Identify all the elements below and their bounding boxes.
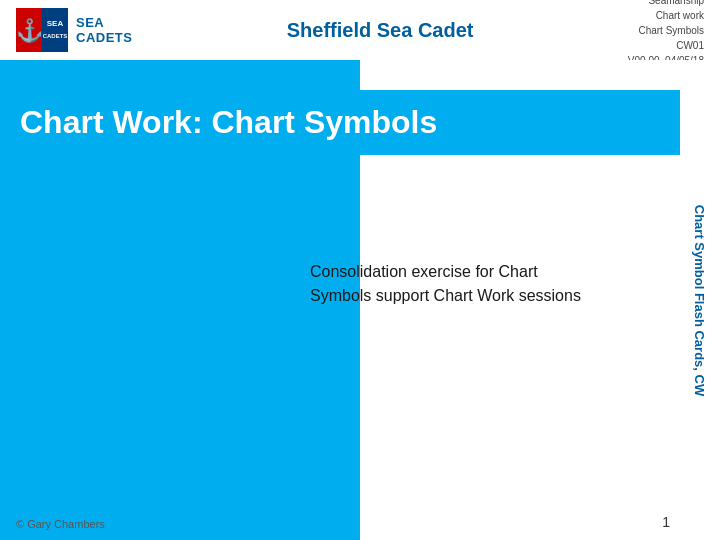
logo-area: ⚓ SEA CADETS SEACADETS bbox=[16, 8, 132, 52]
footer-copyright: © Gary Chambers bbox=[16, 518, 105, 530]
info-line4: CW01 bbox=[676, 40, 704, 51]
slide-title: Chart Work: Chart Symbols bbox=[20, 104, 660, 141]
info-line1: Seamanship bbox=[648, 0, 704, 6]
header-title: Sheffield Sea Cadet bbox=[132, 19, 627, 42]
info-line3: Chart Symbols bbox=[638, 25, 704, 36]
svg-text:⚓: ⚓ bbox=[16, 17, 44, 44]
svg-text:SEA: SEA bbox=[47, 19, 64, 28]
sea-cadets-logo: ⚓ SEA CADETS bbox=[16, 8, 68, 52]
vertical-text-container: Chart Symbol Flash Cards, CW bbox=[680, 60, 720, 540]
page-number: 1 bbox=[662, 514, 670, 530]
main-content: Chart Work: Chart Symbols Consolidation … bbox=[0, 60, 720, 540]
body-paragraph: Consolidation exercise for Chart Symbols… bbox=[310, 260, 590, 308]
info-line2: Chart work bbox=[656, 10, 704, 21]
header: ⚓ SEA CADETS SEACADETS Sheffield Sea Cad… bbox=[0, 0, 720, 60]
title-banner: Chart Work: Chart Symbols bbox=[0, 90, 680, 155]
logo-label: SEACADETS bbox=[76, 15, 132, 45]
svg-text:CADETS: CADETS bbox=[43, 33, 68, 39]
svg-rect-1 bbox=[42, 8, 68, 52]
body-text-area: Consolidation exercise for Chart Symbols… bbox=[310, 260, 590, 308]
vertical-label: Chart Symbol Flash Cards, CW bbox=[693, 204, 708, 395]
top-right-info: Seamanship Chart work Chart Symbols CW01… bbox=[628, 0, 704, 68]
